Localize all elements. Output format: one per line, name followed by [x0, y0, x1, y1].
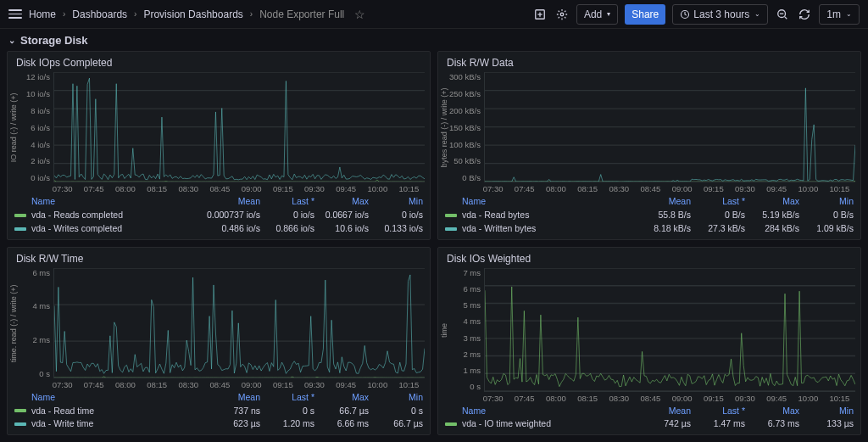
plot-area: time 7 ms6 ms5 ms4 ms3 ms2 ms1 ms0 s	[438, 266, 860, 392]
crumb-home[interactable]: Home	[29, 8, 56, 20]
x-tick: 07:30	[477, 184, 509, 193]
legend-value: 66.7 µs	[369, 417, 423, 431]
panel: Disk IOs Weighted time 7 ms6 ms5 ms4 ms3…	[437, 247, 861, 436]
x-ticks: 07:3007:4508:0008:1508:3008:4509:0009:15…	[8, 182, 430, 193]
x-tick: 10:00	[793, 184, 824, 193]
y-tick: 4 ms	[463, 316, 481, 326]
x-tick: 08:00	[540, 394, 571, 403]
legend-row[interactable]: vda - Writes completed0.486 io/s0.866 io…	[14, 222, 423, 236]
crumb-dashboards[interactable]: Dashboards	[72, 8, 127, 20]
x-tick: 10:15	[824, 184, 855, 193]
legend-row[interactable]: vda - Read time737 ns0 s66.7 µs0 s	[14, 405, 423, 418]
share-button[interactable]: Share	[625, 4, 665, 25]
x-tick: 09:15	[267, 184, 298, 193]
x-tick: 08:30	[604, 184, 635, 193]
svg-point-3	[560, 13, 564, 16]
x-tick: 07:45	[78, 184, 109, 193]
y-tick: 100 kB/s	[449, 140, 481, 149]
zoom-out-icon[interactable]	[775, 7, 790, 22]
crumb-folder[interactable]: Provision Dashboards	[143, 8, 242, 20]
y-tick: 8 io/s	[31, 106, 50, 115]
x-tick: 09:00	[236, 184, 267, 193]
x-tick: 10:15	[824, 394, 855, 403]
x-tick: 08:00	[109, 184, 141, 193]
y-tick: 300 kB/s	[449, 72, 481, 81]
y-tick: 0 B/s	[462, 173, 481, 182]
y-tick: 4 io/s	[31, 140, 50, 149]
x-tick: 08:00	[540, 184, 571, 193]
row-header[interactable]: ⌄ Storage Disk	[0, 29, 868, 51]
plot-area: IO read (-) / write (+) 12 io/s10 io/s8 …	[8, 70, 430, 182]
gear-icon[interactable]	[554, 7, 570, 22]
star-icon[interactable]: ☆	[354, 8, 365, 21]
plot-area: bytes read (-) / write (+) 300 kB/s250 k…	[438, 70, 860, 182]
chart[interactable]	[484, 72, 855, 182]
legend-value: 0 io/s	[260, 209, 314, 222]
chevron-right-icon: ›	[250, 9, 253, 19]
legend-value: 0.866 io/s	[260, 222, 314, 236]
add-button[interactable]: Add▾	[576, 4, 618, 25]
chart[interactable]	[53, 72, 425, 182]
panel-title[interactable]: Disk IOs Weighted	[438, 248, 860, 266]
x-tick: 08:15	[142, 184, 173, 193]
menu-icon[interactable]	[8, 9, 22, 19]
x-tick: 09:45	[761, 394, 793, 403]
topbar: Home › Dashboards › Provision Dashboards…	[0, 0, 868, 29]
legend-value: 133 µs	[799, 417, 854, 431]
legend: NameMeanLast *MaxMinvda - Reads complete…	[8, 193, 430, 238]
chart[interactable]	[484, 268, 855, 392]
legend: NameMeanLast *MaxMinvda - Read bytes55.8…	[438, 193, 860, 238]
legend-value: 8.18 kB/s	[637, 222, 691, 236]
chart[interactable]	[53, 268, 425, 378]
legend-value: 742 µs	[637, 417, 691, 431]
legend-value: 1.09 kB/s	[799, 222, 854, 236]
legend-value: 66.7 µs	[314, 405, 369, 418]
y-axis-label: time	[440, 268, 448, 392]
y-tick: 6 ms	[32, 268, 50, 277]
time-picker[interactable]: Last 3 hours⌄	[672, 4, 768, 25]
y-axis-label: time. read (-) / write (+)	[9, 268, 18, 378]
x-tick: 09:45	[331, 380, 362, 389]
y-tick: 2 ms	[32, 335, 50, 344]
legend-header: NameMeanLast *MaxMin	[445, 195, 854, 209]
x-tick: 09:15	[698, 394, 729, 403]
x-tick: 08:30	[173, 184, 204, 193]
x-tick: 07:30	[47, 184, 78, 193]
refresh-icon[interactable]	[797, 7, 812, 22]
y-tick: 3 ms	[463, 333, 481, 343]
legend-value: 1.20 ms	[260, 417, 314, 431]
x-tick: 09:45	[761, 184, 793, 193]
legend-row[interactable]: vda - Write time623 µs1.20 ms6.66 ms66.7…	[14, 417, 423, 431]
y-tick: 7 ms	[463, 268, 481, 277]
x-tick: 10:00	[362, 184, 393, 193]
x-ticks: 07:3007:4508:0008:1508:3008:4509:0009:15…	[438, 182, 860, 193]
x-tick: 08:45	[635, 184, 666, 193]
refresh-interval[interactable]: 1m⌄	[819, 4, 860, 25]
legend-value: 0 B/s	[799, 209, 854, 222]
legend-value: 737 ns	[206, 405, 260, 418]
y-ticks: 12 io/s10 io/s8 io/s6 io/s4 io/s2 io/s0 …	[18, 72, 53, 182]
y-tick: 250 kB/s	[449, 89, 481, 98]
y-axis-label: IO read (-) / write (+)	[9, 72, 18, 182]
panel-title[interactable]: Disk IOps Completed	[8, 52, 430, 70]
legend-value: 0.486 io/s	[206, 222, 260, 236]
legend-row[interactable]: vda - IO time weighted742 µs1.47 ms6.73 …	[445, 417, 854, 431]
panel-title[interactable]: Disk R/W Data	[438, 52, 860, 70]
panel: Disk R/W Time time. read (-) / write (+)…	[7, 247, 431, 436]
legend-row[interactable]: vda - Written bytes8.18 kB/s27.3 kB/s284…	[445, 222, 854, 236]
x-tick: 08:45	[204, 380, 236, 389]
x-tick: 07:45	[509, 184, 540, 193]
legend-row[interactable]: vda - Reads completed0.000737 io/s0 io/s…	[14, 209, 423, 222]
legend-row[interactable]: vda - Read bytes55.8 B/s0 B/s5.19 kB/s0 …	[445, 209, 854, 222]
add-panel-icon[interactable]	[532, 7, 548, 22]
legend-value: 55.8 B/s	[637, 209, 691, 222]
y-tick: 1 ms	[463, 366, 481, 375]
series-name: vda - Writes completed	[31, 222, 206, 236]
x-tick: 09:30	[298, 184, 330, 193]
panel: Disk IOps Completed IO read (-) / write …	[7, 51, 431, 240]
y-tick: 0 s	[39, 369, 50, 378]
x-tick: 09:30	[298, 380, 330, 389]
panel-title[interactable]: Disk R/W Time	[8, 248, 430, 266]
y-ticks: 7 ms6 ms5 ms4 ms3 ms2 ms1 ms0 s	[448, 268, 484, 392]
legend-value: 0.133 io/s	[369, 222, 423, 236]
